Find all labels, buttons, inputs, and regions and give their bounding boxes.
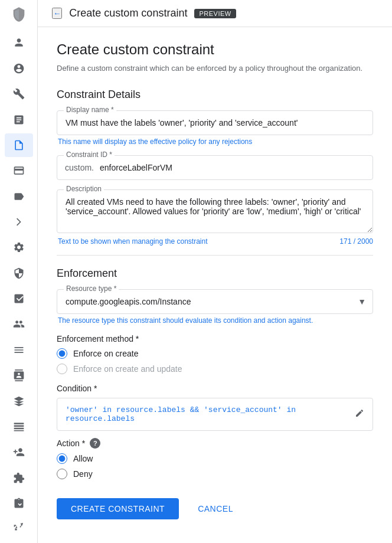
sidebar-item-tools[interactable] — [5, 83, 33, 106]
resource-type-select-wrapper: compute.googleapis.com/Instance compute.… — [57, 289, 373, 314]
svg-rect-3 — [14, 430, 24, 431]
edit-icon[interactable] — [355, 408, 364, 420]
action-allow-option[interactable]: Allow — [57, 453, 373, 464]
sidebar-item-policy[interactable] — [5, 133, 33, 156]
page-description: Define a custom constraint which can be … — [57, 63, 373, 74]
sidebar-item-media[interactable] — [5, 415, 33, 438]
constraint-id-label: Constraint ID * — [64, 151, 115, 159]
action-label: Action * — [57, 439, 85, 448]
sidebar-item-logs[interactable] — [5, 108, 33, 131]
sidebar-item-menu[interactable] — [5, 338, 33, 361]
page-title: Create custom constraint — [57, 41, 373, 58]
button-row: CREATE CONSTRAINT CANCEL — [57, 498, 373, 519]
enforce-on-create-update-option[interactable]: Enforce on create and update — [57, 364, 373, 374]
sidebar-item-audit[interactable] — [5, 287, 33, 310]
action-allow-radio[interactable] — [57, 453, 67, 464]
condition-box[interactable]: 'owner' in resource.labels && 'service_a… — [57, 398, 373, 431]
content-area: Create custom constraint Define a custom… — [38, 27, 392, 543]
sidebar-item-identity[interactable] — [5, 57, 33, 80]
sidebar-item-expand[interactable] — [5, 518, 33, 541]
enforcement-title: Enforcement — [57, 267, 373, 280]
sidebar-item-gem[interactable] — [5, 390, 33, 413]
description-counter: 171 / 2000 — [339, 237, 373, 246]
enforce-on-create-radio[interactable] — [57, 348, 67, 359]
sidebar-item-adduser[interactable] — [5, 441, 33, 464]
app-logo — [7, 5, 31, 24]
action-deny-radio[interactable] — [57, 469, 67, 479]
sidebar-item-security2[interactable] — [5, 261, 33, 284]
sidebar-item-users[interactable] — [5, 313, 33, 336]
topbar-title: Create custom constraint — [69, 7, 187, 19]
svg-rect-1 — [14, 425, 24, 427]
sidebar-item-contacts[interactable] — [5, 364, 33, 387]
action-allow-label: Allow — [73, 454, 93, 463]
enforce-on-create-update-label: Enforce on create and update — [73, 364, 182, 374]
sidebar — [0, 0, 38, 543]
resource-type-field: Resource type * compute.googleapis.com/I… — [57, 289, 373, 325]
resource-type-label: Resource type * — [64, 284, 119, 293]
sidebar-item-iam[interactable] — [5, 31, 33, 54]
description-hint: Text to be shown when managing the const… — [57, 237, 208, 246]
cancel-button[interactable]: CANCEL — [188, 498, 243, 519]
sidebar-item-extension[interactable] — [5, 466, 33, 489]
back-button[interactable]: ← — [52, 8, 62, 19]
svg-rect-0 — [14, 423, 24, 424]
resource-type-hint: The resource type this constraint should… — [57, 316, 373, 325]
condition-section: Condition * 'owner' in resource.labels &… — [57, 384, 373, 431]
action-group: Action * ? Allow Deny — [57, 438, 373, 479]
enforcement-method-label: Enforcement method * — [57, 334, 373, 344]
enforce-on-create-label: Enforce on create — [73, 349, 139, 358]
enforce-on-create-option[interactable]: Enforce on create — [57, 348, 373, 359]
section-divider — [57, 255, 373, 256]
svg-rect-2 — [14, 428, 24, 430]
display-name-label: Display name * — [64, 106, 116, 114]
preview-badge: PREVIEW — [194, 9, 236, 18]
sidebar-item-more[interactable] — [5, 210, 33, 233]
display-name-input[interactable] — [57, 110, 373, 135]
enforce-on-create-update-radio[interactable] — [57, 364, 67, 374]
description-field: Description Text to be shown when managi… — [57, 189, 373, 246]
constraint-id-input[interactable] — [57, 155, 373, 180]
constraint-id-field: Constraint ID * custom. — [57, 155, 373, 180]
topbar: ← Create custom constraint PREVIEW — [38, 0, 392, 27]
display-name-field: Display name * This name will display as… — [57, 110, 373, 146]
enforcement-method-group: Enforcement method * Enforce on create E… — [57, 334, 373, 374]
sidebar-item-labels[interactable] — [5, 185, 33, 208]
description-label: Description — [64, 185, 104, 193]
sidebar-item-settings[interactable] — [5, 236, 33, 259]
main-content: ← Create custom constraint PREVIEW Creat… — [38, 0, 392, 543]
condition-text: 'owner' in resource.labels && 'service_a… — [66, 405, 350, 423]
action-deny-option[interactable]: Deny — [57, 469, 373, 479]
display-name-hint: This name will display as the effective … — [57, 138, 373, 146]
sidebar-item-task[interactable] — [5, 492, 33, 515]
action-label-row: Action * ? — [57, 438, 373, 449]
description-textarea[interactable] — [57, 189, 373, 233]
action-deny-label: Deny — [73, 469, 93, 479]
help-icon[interactable]: ? — [90, 438, 100, 449]
condition-label: Condition * — [57, 384, 373, 393]
sidebar-item-billing[interactable] — [5, 159, 33, 182]
constraint-details-title: Constraint Details — [57, 89, 373, 101]
resource-type-select[interactable]: compute.googleapis.com/Instance compute.… — [57, 289, 373, 314]
create-constraint-button[interactable]: CREATE CONSTRAINT — [57, 498, 179, 519]
